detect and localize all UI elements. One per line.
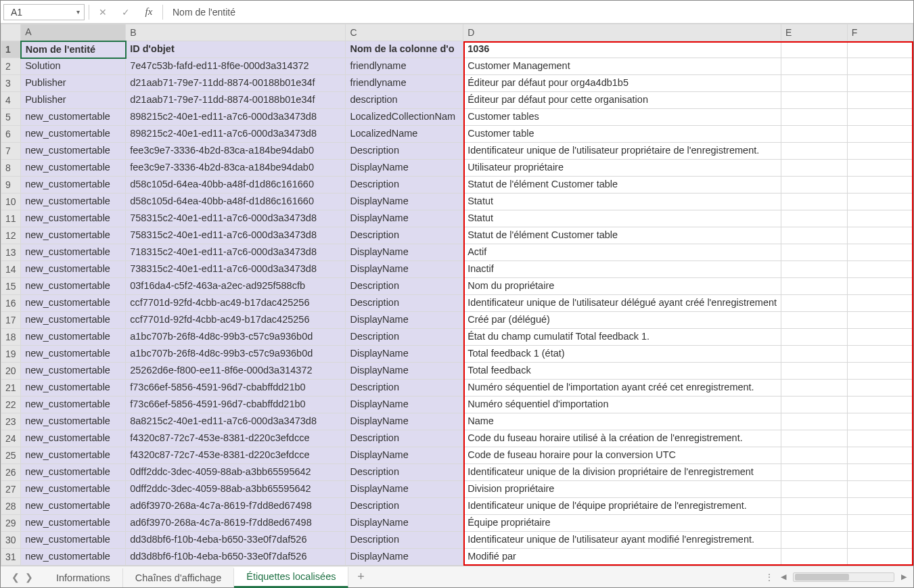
cell[interactable]: f4320c87-72c7-453e-8381-d220c3efdcce (126, 447, 346, 464)
cell[interactable]: new_customertable (21, 397, 126, 413)
cell[interactable]: Solution (21, 58, 126, 75)
cell[interactable] (781, 75, 848, 92)
cell[interactable]: Description (346, 227, 463, 244)
cell[interactable]: DisplayName (346, 515, 463, 532)
cell[interactable]: Nom de l'entité (21, 41, 126, 58)
cell[interactable] (847, 515, 913, 532)
row-header[interactable]: 6 (1, 126, 21, 143)
cell[interactable]: new_customertable (21, 549, 126, 566)
cell[interactable] (847, 532, 913, 549)
cell[interactable] (847, 194, 913, 210)
cell[interactable] (781, 109, 848, 126)
cell[interactable]: Nom de la colonne d'o (346, 41, 463, 58)
cell[interactable] (781, 549, 848, 566)
cell[interactable]: 7e47c53b-fafd-ed11-8f6e-000d3a314372 (126, 58, 346, 75)
cell[interactable]: friendlyname (346, 75, 463, 92)
cell[interactable]: 898215c2-40e1-ed11-a7c6-000d3a3473d8 (126, 109, 346, 126)
cell[interactable]: Division propriétaire (463, 481, 781, 498)
cell[interactable]: new_customertable (21, 109, 126, 126)
cell[interactable]: État du champ cumulatif Total feedback 1… (463, 329, 781, 346)
cell[interactable]: dd3d8bf6-f10b-4eba-b650-33e0f7daf526 (126, 549, 346, 566)
cell[interactable]: ad6f3970-268a-4c7a-8619-f7dd8ed67498 (126, 498, 346, 515)
cell[interactable]: ID d'objet (126, 41, 346, 58)
sheet-tab[interactable]: Informations (44, 568, 123, 587)
cell[interactable] (781, 58, 848, 75)
cell[interactable]: Code du fuseau horaire utilisé à la créa… (463, 430, 781, 447)
row-header[interactable]: 7 (1, 143, 21, 160)
cell[interactable]: new_customertable (21, 177, 126, 194)
cell[interactable] (781, 126, 848, 143)
cell[interactable]: description (346, 92, 463, 109)
row-header[interactable]: 9 (1, 177, 21, 194)
cell[interactable]: Customer Management (463, 58, 781, 75)
cell[interactable]: Description (346, 498, 463, 515)
cell[interactable] (781, 481, 848, 498)
cell[interactable]: f73c66ef-5856-4591-96d7-cbabffdd21b0 (126, 380, 346, 397)
cell[interactable] (847, 58, 913, 75)
scrollbar-thumb[interactable] (795, 574, 849, 581)
cell[interactable] (781, 143, 848, 160)
row-header[interactable]: 15 (1, 278, 21, 295)
cell[interactable]: DisplayName (346, 549, 463, 566)
cell[interactable]: Numéro séquentiel d'importation (463, 397, 781, 413)
cell[interactable] (781, 380, 848, 397)
cell[interactable]: ad6f3970-268a-4c7a-8619-f7dd8ed67498 (126, 515, 346, 532)
row-header[interactable]: 27 (1, 481, 21, 498)
cell[interactable]: DisplayName (346, 312, 463, 329)
formula-input[interactable]: Nom de l'entité (167, 4, 911, 20)
cell[interactable]: Publisher (21, 92, 126, 109)
cell[interactable]: Identificateur unique de la division pro… (463, 464, 781, 481)
column-header-D[interactable]: D (463, 24, 781, 41)
hscroll-right-icon[interactable]: ▶ (901, 572, 907, 581)
cell[interactable] (781, 430, 848, 447)
cell[interactable]: Utilisateur propriétaire (463, 160, 781, 177)
cell[interactable]: new_customertable (21, 244, 126, 261)
cell[interactable]: 03f16da4-c5f2-463a-a2ec-ad925f588cfb (126, 278, 346, 295)
cell[interactable] (781, 227, 848, 244)
cell[interactable]: Description (346, 278, 463, 295)
cell[interactable] (781, 295, 848, 312)
column-header-A[interactable]: A (21, 24, 126, 41)
cell[interactable]: Description (346, 532, 463, 549)
row-header[interactable]: 18 (1, 329, 21, 346)
cell[interactable]: Description (346, 430, 463, 447)
cell[interactable] (781, 346, 848, 363)
cell[interactable] (781, 498, 848, 515)
row-header[interactable]: 12 (1, 227, 21, 244)
cell[interactable]: 8a8215c2-40e1-ed11-a7c6-000d3a3473d8 (126, 413, 346, 430)
cell[interactable] (781, 515, 848, 532)
spreadsheet-grid[interactable]: ABCDEF1Nom de l'entitéID d'objetNom de l… (1, 24, 913, 566)
cell[interactable] (781, 41, 848, 58)
cell[interactable] (847, 549, 913, 566)
row-header[interactable]: 24 (1, 430, 21, 447)
cell[interactable]: 758315c2-40e1-ed11-a7c6-000d3a3473d8 (126, 227, 346, 244)
cell[interactable]: Statut de l'élément Customer table (463, 177, 781, 194)
cell[interactable]: Modifié par (463, 549, 781, 566)
cell[interactable]: DisplayName (346, 244, 463, 261)
add-sheet-button[interactable]: + (348, 566, 373, 587)
fx-icon[interactable]: fx (139, 6, 158, 18)
cell[interactable]: Équipe propriétaire (463, 515, 781, 532)
name-box[interactable]: A1 ▾ (3, 4, 85, 20)
cell[interactable]: new_customertable (21, 194, 126, 210)
cell[interactable] (781, 92, 848, 109)
cell[interactable] (847, 143, 913, 160)
row-header[interactable]: 21 (1, 380, 21, 397)
cell[interactable]: fee3c9e7-3336-4b2d-83ca-a184be94dab0 (126, 160, 346, 177)
cell[interactable] (781, 413, 848, 430)
cell[interactable] (847, 41, 913, 58)
cell[interactable]: dd3d8bf6-f10b-4eba-b650-33e0f7daf526 (126, 532, 346, 549)
cell[interactable] (847, 447, 913, 464)
cell[interactable]: Publisher (21, 75, 126, 92)
row-header[interactable]: 14 (1, 261, 21, 278)
cell[interactable]: Créé par (délégué) (463, 312, 781, 329)
cell[interactable] (781, 261, 848, 278)
cell[interactable]: Description (346, 177, 463, 194)
row-header[interactable]: 23 (1, 413, 21, 430)
cell[interactable]: DisplayName (346, 413, 463, 430)
cell[interactable]: new_customertable (21, 126, 126, 143)
cell[interactable]: Description (346, 295, 463, 312)
sheet-tab[interactable]: Chaînes d'affichage (123, 568, 234, 587)
cell[interactable]: Total feedback 1 (état) (463, 346, 781, 363)
column-header-B[interactable]: B (126, 24, 346, 41)
